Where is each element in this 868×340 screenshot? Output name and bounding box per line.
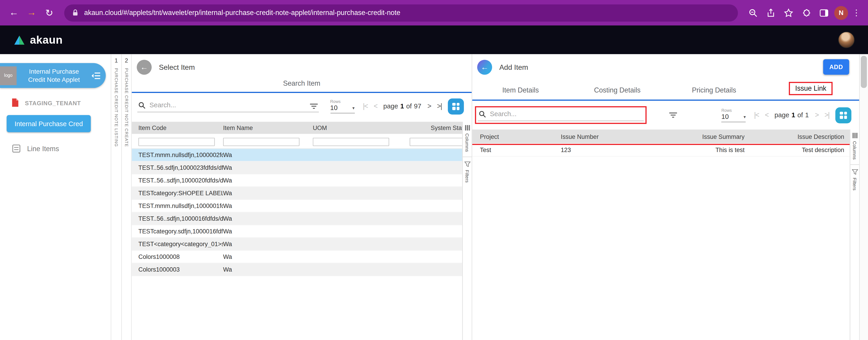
table-row[interactable]: Colors1000003Wa	[132, 263, 462, 276]
table-settings-button[interactable]	[448, 98, 464, 114]
issue-search-input[interactable]	[490, 110, 643, 118]
bookmark-star-icon[interactable]	[781, 5, 796, 20]
tab-issue-link[interactable]: Issue Link	[763, 83, 859, 100]
share-icon[interactable]	[764, 5, 778, 20]
table-row[interactable]: TESTcategory:SHOPEE LABEL Ar...Wa	[132, 187, 462, 200]
rows-per-page-select[interactable]: Rows 10▾	[721, 108, 746, 122]
panel-label: PURCHASE CREDIT NOTE CREATE	[124, 68, 129, 147]
module-button[interactable]: Internal Purchase Cred	[7, 115, 91, 132]
collapsed-panel-listing[interactable]: 1 PURCHASE CREDIT NOTE LISTING	[111, 54, 121, 340]
prev-page-button[interactable]: <	[374, 102, 377, 110]
columns-icon	[465, 125, 470, 131]
of-word: of	[797, 111, 803, 119]
first-page-button[interactable]: |<	[363, 102, 368, 110]
table-row[interactable]: TEST..56..sdfjn,1000020fdfds/df...Wa	[132, 174, 462, 187]
filters-tool[interactable]: Filters	[464, 161, 470, 182]
columns-tool[interactable]: Columns	[852, 133, 857, 160]
columns-tool[interactable]: Columns	[464, 125, 470, 152]
select-item-panel: ← Select Item Search Item	[132, 54, 472, 340]
column-header-issue-number[interactable]: Issue Number	[561, 133, 658, 140]
tab-search-item[interactable]: Search Item	[283, 80, 320, 92]
search-icon	[479, 111, 486, 118]
filters-tool[interactable]: Filters	[851, 169, 858, 190]
page-number: 1	[400, 102, 404, 110]
table-pagination-cluster: Rows 10▾ |< < page 1 of 97 > >|	[330, 98, 467, 114]
page-number: 1	[792, 111, 795, 119]
table-settings-button[interactable]	[835, 107, 851, 123]
table-row[interactable]: TEST.mmm.nullsdfjn,1000002fd...Wa	[132, 149, 462, 162]
item-search-input[interactable]	[149, 101, 306, 109]
filter-list-icon[interactable]	[669, 112, 677, 118]
applet-switcher[interactable]: logo Internal Purchase Credit Note Apple…	[0, 63, 106, 88]
browser-reload-icon[interactable]: ↻	[42, 5, 56, 20]
table-row[interactable]: TEST..56..sdfjn,1000016fdfds/df...Wa	[132, 212, 462, 225]
column-header-item-code[interactable]: Item Code	[132, 125, 223, 131]
filter-input-uom[interactable]	[313, 138, 389, 146]
select-item-back-button[interactable]: ←	[137, 60, 152, 74]
filter-input-item-code[interactable]	[138, 138, 215, 146]
first-page-button[interactable]: |<	[754, 111, 759, 119]
table-row[interactable]: TEST<category<category_01>s...Wa	[132, 238, 462, 251]
tab-pricing-details[interactable]: Pricing Details	[665, 87, 762, 100]
item-search-field[interactable]	[137, 100, 319, 112]
select-item-controls: Rows 10▾ |< < page 1 of 97 > >|	[132, 93, 472, 118]
table-row[interactable]: TEST..56.sdfjn,1000023fdfds/df]...Wa	[132, 162, 462, 174]
table-side-tools: Columns Filters	[462, 122, 472, 340]
columns-icon	[852, 133, 857, 138]
extensions-puzzle-icon[interactable]	[799, 5, 813, 20]
column-header-uom[interactable]: UOM	[313, 125, 398, 131]
browser-profile-avatar[interactable]: N	[834, 6, 848, 20]
prev-page-button[interactable]: <	[765, 111, 768, 119]
sidebar-item-line-items[interactable]: Line Items	[12, 144, 111, 153]
scrollbar-thumb[interactable]	[861, 56, 867, 88]
page-indicator: page 1 of 97	[383, 102, 421, 110]
grid-icon	[452, 103, 460, 110]
collapsed-panel-create[interactable]: 2 PURCHASE CREDIT NOTE CREATE	[121, 54, 132, 340]
collapse-menu-icon[interactable]	[91, 72, 101, 79]
filter-input-system-status[interactable]	[409, 138, 462, 146]
zoom-search-icon[interactable]	[746, 5, 760, 20]
https-lock-icon[interactable]	[72, 9, 79, 16]
next-page-button[interactable]: >	[428, 102, 431, 110]
rows-per-page-select[interactable]: Rows 10▾	[330, 99, 354, 113]
table-side-tools: Columns Filters	[850, 130, 859, 340]
tenant-name: STAGING_TENANT	[25, 99, 81, 106]
column-header-system-status[interactable]: System Status	[399, 125, 462, 131]
column-header-item-name[interactable]: Item Name	[223, 125, 313, 131]
filter-list-icon[interactable]	[310, 103, 318, 109]
column-header-issue-description[interactable]: Issue Description	[745, 133, 850, 140]
page-scrollbar[interactable]	[859, 54, 868, 340]
column-header-project[interactable]: Project	[472, 133, 561, 140]
filter-input-item-name[interactable]	[223, 138, 300, 146]
browser-back-icon[interactable]: ←	[7, 5, 21, 20]
browser-menu-kebab-icon[interactable]: ⋮	[851, 5, 861, 20]
table-row[interactable]: TESTcategory.sdfjn,1000016fdf...Wa	[132, 225, 462, 238]
add-item-back-button[interactable]: ←	[477, 60, 492, 74]
table-row[interactable]: Test 123 This is test Test description	[472, 143, 849, 156]
tab-costing-details[interactable]: Costing Details	[569, 87, 665, 100]
applet-title-line1: Internal Purchase	[18, 67, 90, 75]
search-item-tabbar: Search Item	[132, 76, 472, 93]
address-bar[interactable]: akaun.cloud/#/applets/tnt/wavelet/erp/in…	[64, 4, 738, 21]
search-icon	[138, 102, 146, 109]
add-item-header: ← Add Item ADD	[472, 54, 859, 76]
rows-label: Rows	[330, 99, 354, 104]
issue-link-annotation: Issue Link	[790, 83, 831, 94]
table-row[interactable]: TEST.mmm.nullsdfjn,1000001fd...Wa	[132, 200, 462, 212]
table-row[interactable]: Colors1000008Wa	[132, 251, 462, 263]
pagination: |< < page 1 of 97 > >|	[363, 102, 442, 110]
next-page-button[interactable]: >	[815, 111, 818, 119]
issue-search-field[interactable]	[478, 109, 644, 122]
add-button[interactable]: ADD	[823, 59, 849, 74]
tab-item-details[interactable]: Item Details	[472, 87, 569, 100]
page-total: 97	[414, 102, 422, 110]
tenant-selector[interactable]: STAGING_TENANT	[11, 98, 111, 107]
filters-tool-label: Filters	[464, 170, 470, 182]
column-header-issue-summary[interactable]: Issue Summary	[658, 133, 745, 140]
user-avatar[interactable]	[838, 32, 855, 48]
last-page-button[interactable]: >|	[825, 111, 829, 119]
grid-icon	[840, 111, 847, 119]
browser-forward-icon[interactable]: →	[24, 5, 39, 20]
side-panel-icon[interactable]	[816, 5, 831, 20]
last-page-button[interactable]: >|	[437, 102, 442, 110]
